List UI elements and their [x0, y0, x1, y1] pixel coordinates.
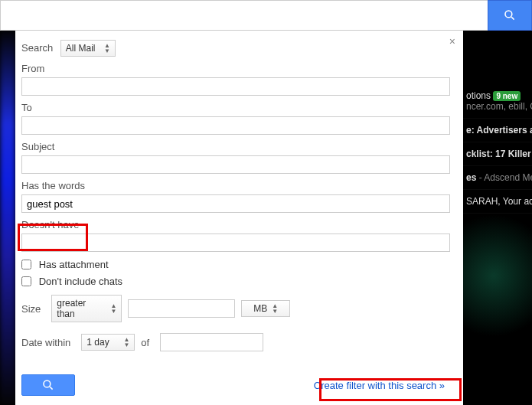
doesnt-have-input[interactable]	[21, 234, 450, 252]
mail-list-row[interactable]: SARAH, Your ac	[463, 309, 532, 332]
dont-include-chats-checkbox[interactable]	[21, 276, 31, 286]
mail-row-title: es	[466, 172, 476, 183]
mail-list-partial: otions 9 new ncer.com, ebill, Go e: Adve…	[463, 31, 532, 405]
from-label: From	[21, 63, 451, 74]
date-range-select[interactable]: 1 day ▲▼	[81, 334, 135, 351]
mail-row-title: SARAH, Your ac	[466, 196, 532, 207]
mail-row-title: otions	[466, 90, 491, 101]
top-search-bar	[0, 0, 532, 31]
doesnt-have-label: Doesn't have	[21, 219, 451, 230]
dont-include-chats-label: Don't include chats	[39, 276, 122, 287]
updown-icon: ▲▼	[123, 337, 129, 348]
date-within-label: Date within	[21, 337, 70, 348]
updown-icon: ▲▼	[272, 303, 278, 314]
search-icon	[42, 379, 54, 391]
svg-point-0	[505, 11, 512, 18]
search-scope-label: Search	[21, 42, 53, 54]
mail-row-sub: - Adscend Me	[476, 172, 532, 183]
mail-row-title: cklist: 17 Killer	[466, 149, 531, 159]
mail-row-sub: - Hell	[508, 291, 532, 302]
mail-list-row[interactable]: atient Sees A D	[463, 214, 532, 237]
search-icon	[504, 9, 516, 21]
size-value-input[interactable]	[128, 299, 235, 318]
size-unit-value: MB	[253, 303, 267, 314]
create-filter-link[interactable]: Create filter with this search »	[308, 375, 451, 396]
has-attachment-checkbox[interactable]	[21, 260, 31, 269]
date-value-input[interactable]	[160, 333, 263, 351]
svg-line-3	[50, 387, 53, 390]
date-of-label: of	[141, 337, 149, 348]
size-op-value: greater than	[57, 298, 106, 319]
mail-row-title: nmary	[466, 267, 494, 278]
mail-list-row[interactable]: nmary - A brief	[463, 261, 532, 285]
search-scope-value: All Mail	[66, 43, 96, 54]
updown-icon: ▲▼	[110, 303, 116, 314]
mail-row-title: atient Sees A D	[466, 220, 532, 230]
mail-list-row[interactable]: e: Advertisers a	[463, 119, 532, 142]
mail-row-sub: ncer.com, ebill, Go	[466, 101, 532, 112]
panel-search-button[interactable]	[21, 374, 75, 396]
size-unit-select[interactable]: MB ▲▼	[241, 300, 290, 317]
svg-line-1	[511, 17, 514, 20]
mail-list-row[interactable]: Out of Each Ho	[463, 237, 532, 261]
advanced-search-panel: × Search All Mail ▲▼ From To Subject Has…	[15, 31, 463, 405]
has-words-label: Has the words	[21, 180, 451, 191]
new-count-badge: 9 new	[493, 91, 521, 101]
has-attachment-label: Has attachment	[39, 259, 109, 270]
mail-row-sub: - A brief	[494, 267, 527, 278]
close-icon[interactable]: ×	[449, 35, 455, 47]
subject-input[interactable]	[21, 155, 450, 174]
has-words-input[interactable]	[21, 194, 450, 213]
search-scope-select[interactable]: All Mail ▲▼	[60, 40, 116, 57]
background-blur-strip	[0, 31, 15, 405]
size-op-select[interactable]: greater than ▲▼	[51, 295, 122, 322]
mail-list-row[interactable]: es - Adscend Me	[463, 166, 532, 190]
mail-list-row[interactable]: otions 9 new ncer.com, ebill, Go	[463, 84, 532, 119]
size-label: Size	[21, 303, 41, 315]
date-range-value: 1 day	[86, 337, 109, 348]
updown-icon: ▲▼	[104, 43, 110, 54]
mail-row-title: Out of Each Ho	[466, 243, 532, 254]
to-input[interactable]	[21, 116, 450, 135]
mail-row-title: SARAH, Your ac	[466, 315, 532, 325]
from-input[interactable]	[21, 77, 450, 96]
main-search-input[interactable]	[0, 0, 488, 31]
mail-list-row[interactable]: SARAH, Your ac	[463, 190, 532, 214]
mail-row-title: e: Advertisers a	[466, 125, 532, 136]
mail-list-row[interactable]: cklist: 17 Killer	[463, 142, 532, 166]
main-search-button[interactable]	[488, 0, 532, 31]
mail-row-title: y articles!)	[466, 291, 508, 302]
search-scope-row: Search All Mail ▲▼	[21, 40, 451, 57]
subject-label: Subject	[21, 141, 451, 152]
to-label: To	[21, 102, 451, 113]
svg-point-2	[44, 381, 51, 387]
mail-list-row[interactable]: y articles!) - Hell	[463, 285, 532, 309]
